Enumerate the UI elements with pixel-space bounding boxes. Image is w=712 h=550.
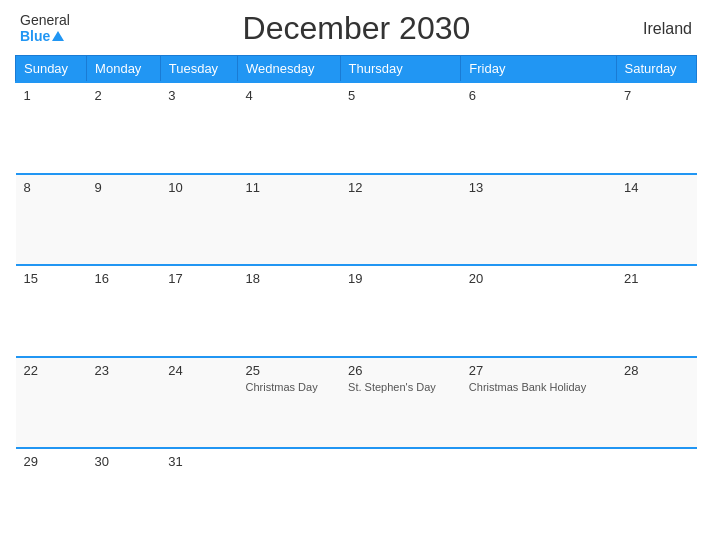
- cell-week1-day5: 6: [461, 82, 616, 174]
- day-number: 29: [24, 454, 79, 469]
- calendar-container: General Blue December 2030 Ireland Sunda…: [0, 0, 712, 550]
- cell-week5-day4: [340, 448, 461, 540]
- cell-week1-day4: 5: [340, 82, 461, 174]
- country-label: Ireland: [643, 20, 692, 38]
- day-number: 20: [469, 271, 608, 286]
- day-number: 26: [348, 363, 453, 378]
- cell-week3-day6: 21: [616, 265, 696, 357]
- cell-week3-day4: 19: [340, 265, 461, 357]
- cell-week4-day1: 23: [87, 357, 161, 449]
- day-number: 14: [624, 180, 688, 195]
- day-number: 17: [168, 271, 229, 286]
- cell-week1-day2: 3: [160, 82, 237, 174]
- cell-week5-day0: 29: [16, 448, 87, 540]
- header: General Blue December 2030 Ireland: [15, 10, 697, 47]
- day-number: 9: [95, 180, 153, 195]
- day-number: 2: [95, 88, 153, 103]
- event-label: St. Stephen's Day: [348, 380, 453, 394]
- logo: General Blue: [20, 13, 70, 44]
- cell-week5-day3: [238, 448, 341, 540]
- day-number: 13: [469, 180, 608, 195]
- day-number: 19: [348, 271, 453, 286]
- cell-week3-day1: 16: [87, 265, 161, 357]
- header-tuesday: Tuesday: [160, 56, 237, 83]
- week-row-3: 15161718192021: [16, 265, 697, 357]
- week-row-1: 1234567: [16, 82, 697, 174]
- day-number: 31: [168, 454, 229, 469]
- cell-week4-day2: 24: [160, 357, 237, 449]
- day-number: 6: [469, 88, 608, 103]
- day-number: 28: [624, 363, 688, 378]
- cell-week5-day2: 31: [160, 448, 237, 540]
- day-number: 12: [348, 180, 453, 195]
- cell-week2-day4: 12: [340, 174, 461, 266]
- day-number: 5: [348, 88, 453, 103]
- header-friday: Friday: [461, 56, 616, 83]
- header-monday: Monday: [87, 56, 161, 83]
- cell-week2-day0: 8: [16, 174, 87, 266]
- day-number: 3: [168, 88, 229, 103]
- logo-row: Blue: [20, 29, 64, 44]
- cell-week2-day3: 11: [238, 174, 341, 266]
- weekday-header-row: Sunday Monday Tuesday Wednesday Thursday…: [16, 56, 697, 83]
- cell-week2-day1: 9: [87, 174, 161, 266]
- day-number: 23: [95, 363, 153, 378]
- event-label: Christmas Day: [246, 380, 333, 394]
- cell-week4-day3: 25Christmas Day: [238, 357, 341, 449]
- header-sunday: Sunday: [16, 56, 87, 83]
- header-saturday: Saturday: [616, 56, 696, 83]
- cell-week1-day6: 7: [616, 82, 696, 174]
- day-number: 21: [624, 271, 688, 286]
- day-number: 24: [168, 363, 229, 378]
- calendar-title: December 2030: [243, 10, 471, 47]
- cell-week1-day1: 2: [87, 82, 161, 174]
- cell-week1-day3: 4: [238, 82, 341, 174]
- day-number: 15: [24, 271, 79, 286]
- cell-week2-day2: 10: [160, 174, 237, 266]
- cell-week3-day5: 20: [461, 265, 616, 357]
- cell-week5-day6: [616, 448, 696, 540]
- cell-week2-day6: 14: [616, 174, 696, 266]
- calendar-body: 1234567891011121314151617181920212223242…: [16, 82, 697, 540]
- day-number: 4: [246, 88, 333, 103]
- cell-week3-day3: 18: [238, 265, 341, 357]
- cell-week5-day5: [461, 448, 616, 540]
- cell-week4-day6: 28: [616, 357, 696, 449]
- day-number: 18: [246, 271, 333, 286]
- day-number: 1: [24, 88, 79, 103]
- cell-week2-day5: 13: [461, 174, 616, 266]
- day-number: 30: [95, 454, 153, 469]
- cell-week3-day2: 17: [160, 265, 237, 357]
- day-number: 27: [469, 363, 608, 378]
- logo-general-text: General: [20, 13, 70, 28]
- header-wednesday: Wednesday: [238, 56, 341, 83]
- cell-week5-day1: 30: [87, 448, 161, 540]
- logo-blue-text: Blue: [20, 29, 50, 44]
- event-label: Christmas Bank Holiday: [469, 380, 608, 394]
- week-row-5: 293031: [16, 448, 697, 540]
- day-number: 7: [624, 88, 688, 103]
- cell-week4-day5: 27Christmas Bank Holiday: [461, 357, 616, 449]
- day-number: 25: [246, 363, 333, 378]
- header-thursday: Thursday: [340, 56, 461, 83]
- cell-week4-day4: 26St. Stephen's Day: [340, 357, 461, 449]
- cell-week4-day0: 22: [16, 357, 87, 449]
- day-number: 11: [246, 180, 333, 195]
- day-number: 10: [168, 180, 229, 195]
- logo-triangle-icon: [52, 31, 64, 41]
- week-row-4: 22232425Christmas Day26St. Stephen's Day…: [16, 357, 697, 449]
- week-row-2: 891011121314: [16, 174, 697, 266]
- cell-week3-day0: 15: [16, 265, 87, 357]
- day-number: 22: [24, 363, 79, 378]
- calendar-table: Sunday Monday Tuesday Wednesday Thursday…: [15, 55, 697, 540]
- cell-week1-day0: 1: [16, 82, 87, 174]
- day-number: 16: [95, 271, 153, 286]
- day-number: 8: [24, 180, 79, 195]
